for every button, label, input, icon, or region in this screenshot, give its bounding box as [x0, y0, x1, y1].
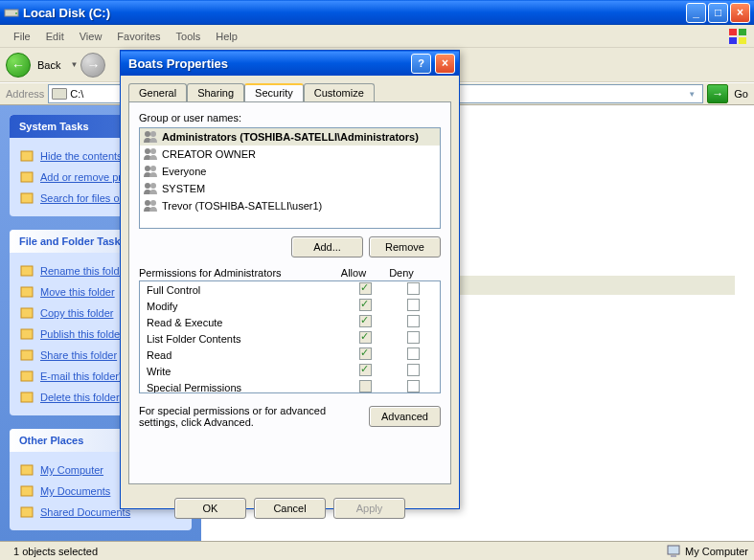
- deny-checkbox[interactable]: [407, 299, 420, 311]
- close-button[interactable]: ×: [730, 3, 750, 23]
- window-title: Local Disk (C:): [23, 6, 684, 20]
- user-group-icon: [143, 181, 158, 196]
- add-button[interactable]: Add...: [291, 236, 363, 258]
- svg-rect-20: [671, 555, 676, 557]
- deny-checkbox[interactable]: [407, 282, 420, 295]
- svg-point-1: [15, 12, 17, 14]
- permission-row: Read & Execute: [140, 314, 440, 330]
- permission-row: Write: [140, 363, 440, 379]
- svg-rect-15: [21, 392, 33, 402]
- allow-checkbox[interactable]: [359, 364, 372, 376]
- deny-checkbox[interactable]: [407, 331, 420, 344]
- menu-bar: File Edit View Favorites Tools Help: [0, 25, 754, 48]
- menu-file[interactable]: File: [6, 28, 38, 45]
- back-icon: ←: [6, 53, 31, 78]
- menu-tools[interactable]: Tools: [169, 28, 209, 45]
- task-icon: [19, 305, 34, 321]
- allow-checkbox[interactable]: [359, 315, 372, 327]
- group-item[interactable]: SYSTEM: [140, 180, 440, 197]
- svg-rect-16: [21, 465, 33, 475]
- status-bar: 1 objects selected My Computer: [0, 541, 754, 560]
- permissions-list[interactable]: Full ControlModifyRead & ExecuteList Fol…: [139, 280, 441, 393]
- tab-general[interactable]: General: [128, 83, 187, 101]
- allow-header: Allow: [330, 267, 377, 279]
- task-icon: [19, 148, 34, 164]
- status-location: My Computer: [685, 546, 748, 557]
- permission-row: Modify: [140, 298, 440, 314]
- permission-row: Read: [140, 347, 440, 363]
- svg-point-26: [150, 166, 156, 171]
- group-user-list[interactable]: Administrators (TOSHIBA-SATELLI\Administ…: [139, 127, 441, 229]
- task-icon: [19, 504, 34, 520]
- allow-checkbox[interactable]: [359, 282, 372, 295]
- deny-header: Deny: [377, 267, 425, 279]
- svg-rect-2: [729, 29, 737, 35]
- group-item[interactable]: Trevor (TOSHIBA-SATELLI\user1): [140, 197, 440, 214]
- go-button[interactable]: →: [707, 84, 728, 103]
- svg-rect-11: [21, 308, 33, 318]
- svg-rect-5: [739, 37, 746, 44]
- task-icon: [19, 284, 34, 300]
- svg-rect-7: [21, 172, 33, 182]
- status-selection: 1 objects selected: [6, 546, 105, 557]
- permission-row: Full Control: [140, 281, 440, 298]
- cancel-button[interactable]: Cancel: [254, 498, 326, 519]
- group-item[interactable]: CREATOR OWNER: [140, 146, 440, 163]
- apply-button[interactable]: Apply: [333, 498, 405, 519]
- allow-checkbox[interactable]: [359, 347, 372, 360]
- permissions-label: Permissions for Administrators: [139, 267, 330, 279]
- svg-rect-10: [21, 287, 33, 297]
- allow-checkbox[interactable]: [359, 299, 372, 311]
- svg-rect-17: [21, 486, 33, 496]
- deny-checkbox[interactable]: [407, 347, 420, 360]
- allow-checkbox[interactable]: [359, 331, 372, 344]
- forward-button[interactable]: →: [80, 53, 105, 78]
- window-titlebar: Local Disk (C:) _ □ ×: [0, 0, 754, 25]
- tab-security[interactable]: Security: [244, 83, 304, 101]
- tab-sharing[interactable]: Sharing: [187, 83, 244, 101]
- dialog-help-button[interactable]: ?: [411, 54, 431, 74]
- group-item[interactable]: Administrators (TOSHIBA-SATELLI\Administ…: [140, 128, 440, 146]
- back-dropdown-icon[interactable]: ▼: [67, 60, 80, 69]
- menu-view[interactable]: View: [72, 28, 110, 45]
- drive-icon: [4, 5, 19, 20]
- permission-row: Special Permissions: [140, 379, 440, 393]
- task-icon: [19, 390, 34, 405]
- svg-point-23: [145, 148, 150, 154]
- svg-rect-18: [21, 507, 33, 517]
- task-icon: [19, 263, 34, 279]
- user-group-icon: [143, 129, 158, 145]
- windows-flag-icon: [727, 27, 750, 46]
- back-button[interactable]: ← Back ▼: [6, 53, 80, 78]
- menu-help[interactable]: Help: [208, 28, 245, 45]
- address-label: Address: [6, 88, 44, 100]
- svg-rect-14: [21, 371, 33, 381]
- svg-point-25: [145, 166, 150, 171]
- deny-checkbox[interactable]: [407, 364, 420, 376]
- address-dropdown-icon[interactable]: ▼: [684, 90, 699, 99]
- advanced-button[interactable]: Advanced: [369, 406, 441, 427]
- dialog-titlebar[interactable]: Boats Properties ? ×: [121, 51, 459, 76]
- svg-rect-12: [21, 329, 33, 339]
- ok-button[interactable]: OK: [174, 498, 246, 519]
- svg-rect-9: [21, 266, 33, 276]
- dialog-close-button[interactable]: ×: [435, 54, 455, 74]
- svg-point-21: [145, 131, 150, 137]
- task-icon: [19, 190, 34, 206]
- menu-favorites[interactable]: Favorites: [109, 28, 168, 45]
- deny-checkbox[interactable]: [407, 380, 420, 392]
- group-item[interactable]: Everyone: [140, 163, 440, 180]
- menu-edit[interactable]: Edit: [38, 28, 72, 45]
- task-icon: [19, 347, 34, 363]
- user-group-icon: [143, 198, 158, 213]
- remove-button[interactable]: Remove: [369, 236, 441, 258]
- security-tab-panel: Group or user names: Administrators (TOS…: [128, 101, 451, 484]
- allow-checkbox[interactable]: [359, 380, 372, 392]
- svg-rect-8: [21, 193, 33, 203]
- deny-checkbox[interactable]: [407, 315, 420, 327]
- maximize-button[interactable]: □: [708, 3, 728, 23]
- tab-customize[interactable]: Customize: [304, 83, 375, 101]
- svg-point-27: [145, 183, 150, 189]
- drive-icon-small: [52, 88, 67, 100]
- minimize-button[interactable]: _: [686, 3, 706, 23]
